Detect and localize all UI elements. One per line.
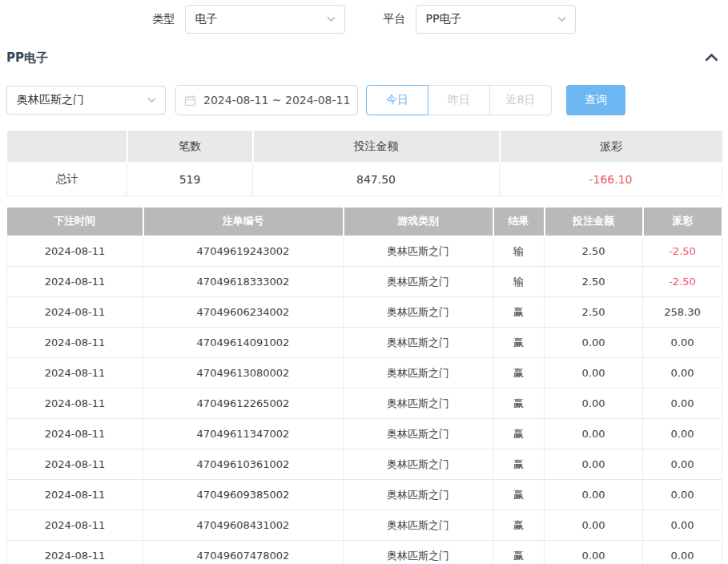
table-row: 2024-08-11 47049619243002 奥林匹斯之门 输 2.50 … (7, 236, 722, 267)
result-cell: 赢 (493, 510, 545, 541)
payout-cell: 0.00 (643, 449, 722, 480)
table-row: 2024-08-11 47049614091002 奥林匹斯之门 赢 0.00 … (7, 328, 722, 358)
bet-id-cell: 47049609385002 (143, 480, 344, 510)
bet-amount-cell: 0.00 (545, 541, 643, 564)
calendar-icon (184, 95, 196, 107)
table-row: 2024-08-11 47049613080002 奥林匹斯之门 赢 0.00 … (7, 358, 722, 389)
platform-select[interactable]: PP电子 (416, 5, 576, 34)
records-column-header: 游戏类别 (344, 207, 493, 236)
game-type-cell: 奥林匹斯之门 (344, 328, 493, 358)
records-column-header: 派彩 (643, 207, 722, 236)
chevron-down-icon (147, 98, 156, 103)
platform-select-value: PP电子 (426, 12, 462, 26)
bet-id-cell: 47049607478002 (143, 541, 344, 564)
today-button[interactable]: 今日 (366, 85, 428, 115)
summary-bet-amount-header: 投注金额 (253, 131, 500, 163)
payout-cell: 258.30 (643, 297, 722, 328)
result-cell: 赢 (493, 449, 545, 480)
bet-time-cell: 2024-08-11 (7, 449, 143, 480)
search-button[interactable]: 查询 (566, 85, 625, 115)
table-row: 2024-08-11 47049612265002 奥林匹斯之门 赢 0.00 … (7, 389, 722, 419)
bet-time-cell: 2024-08-11 (7, 297, 143, 328)
table-row: 2024-08-11 47049606234002 奥林匹斯之门 赢 2.50 … (7, 297, 722, 328)
chevron-up-icon (705, 50, 718, 65)
records-column-header: 注单编号 (143, 207, 344, 236)
payout-cell: 0.00 (643, 389, 722, 419)
bet-amount-cell: 2.50 (545, 236, 643, 267)
game-type-cell: 奥林匹斯之门 (344, 449, 493, 480)
chevron-down-icon (557, 17, 566, 22)
bet-time-cell: 2024-08-11 (7, 236, 143, 267)
top-filter-bar: 类型 电子 平台 PP电子 (0, 4, 728, 34)
records-column-header: 下注时间 (7, 207, 143, 236)
game-type-cell: 奥林匹斯之门 (344, 267, 493, 297)
result-cell: 赢 (493, 541, 545, 564)
bet-time-cell: 2024-08-11 (7, 419, 143, 449)
payout-cell: 0.00 (643, 328, 722, 358)
section-title: PP电子 (6, 50, 48, 66)
payout-cell: 0.00 (643, 510, 722, 541)
summary-payout-header: 派彩 (500, 131, 722, 163)
records-table: 下注时间 注单编号 游戏类别 结果 投注金额 派彩 2024-08-11 470… (6, 207, 723, 564)
result-cell: 输 (493, 236, 545, 267)
bet-id-cell: 47049612265002 (143, 389, 344, 419)
chevron-down-icon (327, 17, 336, 22)
bet-amount-cell: 2.50 (545, 267, 643, 297)
bet-id-cell: 47049611347002 (143, 419, 344, 449)
table-row: 2024-08-11 47049608431002 奥林匹斯之门 赢 0.00 … (7, 510, 722, 541)
bet-id-cell: 47049608431002 (143, 510, 344, 541)
game-type-cell: 奥林匹斯之门 (344, 389, 493, 419)
payout-cell: 0.00 (643, 541, 722, 564)
bet-id-cell: 47049618333002 (143, 267, 344, 297)
result-cell: 赢 (493, 480, 545, 510)
bet-amount-cell: 0.00 (545, 480, 643, 510)
yesterday-button[interactable]: 昨日 (428, 85, 490, 115)
bet-id-cell: 47049614091002 (143, 328, 344, 358)
result-cell: 赢 (493, 389, 545, 419)
records-column-header: 投注金额 (545, 207, 643, 236)
total-label-cell: 总计 (7, 163, 127, 195)
payout-cell: -2.50 (643, 267, 722, 297)
bet-time-cell: 2024-08-11 (7, 267, 143, 297)
bet-amount-cell: 0.00 (545, 449, 643, 480)
bet-time-cell: 2024-08-11 (7, 389, 143, 419)
platform-label: 平台 (384, 12, 406, 26)
bet-amount-cell: 2.50 (545, 297, 643, 328)
bet-time-cell: 2024-08-11 (7, 510, 143, 541)
game-type-cell: 奥林匹斯之门 (344, 541, 493, 564)
section-header: PP电子 (6, 49, 720, 66)
game-type-cell: 奥林匹斯之门 (344, 236, 493, 267)
game-select-value: 奥林匹斯之门 (17, 93, 84, 107)
game-type-cell: 奥林匹斯之门 (344, 510, 493, 541)
summary-table: 笔数 投注金额 派彩 总计 519 847.50 -166.10 (6, 131, 722, 196)
last8days-button[interactable]: 近8日 (489, 85, 552, 115)
total-bet-amount-cell: 847.50 (253, 163, 500, 195)
summary-count-header: 笔数 (127, 131, 253, 163)
total-payout-cell: -166.10 (500, 163, 722, 195)
table-row: 2024-08-11 47049609385002 奥林匹斯之门 赢 0.00 … (7, 480, 722, 510)
query-bar: 奥林匹斯之门 2024-08-11 ~ 2024-08-11 今日 昨日 近8日… (6, 85, 722, 115)
game-type-cell: 奥林匹斯之门 (344, 358, 493, 389)
payout-cell: 0.00 (643, 358, 722, 389)
bet-time-cell: 2024-08-11 (7, 328, 143, 358)
quick-date-button-group: 今日 昨日 近8日 (366, 85, 552, 115)
bet-amount-cell: 0.00 (545, 389, 643, 419)
type-select[interactable]: 电子 (185, 5, 345, 34)
result-cell: 赢 (493, 328, 545, 358)
records-column-header: 结果 (493, 207, 545, 236)
payout-cell: -2.50 (643, 236, 722, 267)
result-cell: 赢 (493, 297, 545, 328)
records-header-row: 下注时间 注单编号 游戏类别 结果 投注金额 派彩 (7, 207, 722, 236)
summary-total-row: 总计 519 847.50 -166.10 (7, 163, 722, 195)
payout-cell: 0.00 (643, 419, 722, 449)
bet-time-cell: 2024-08-11 (7, 358, 143, 389)
result-cell: 输 (493, 267, 545, 297)
game-select[interactable]: 奥林匹斯之门 (6, 86, 166, 115)
table-row: 2024-08-11 47049611347002 奥林匹斯之门 赢 0.00 … (7, 419, 722, 449)
bet-amount-cell: 0.00 (545, 328, 643, 358)
collapse-section-button[interactable] (703, 52, 720, 63)
date-range-input[interactable]: 2024-08-11 ~ 2024-08-11 (175, 85, 358, 115)
bet-id-cell: 47049606234002 (143, 297, 344, 328)
bet-time-cell: 2024-08-11 (7, 541, 143, 564)
payout-cell: 0.00 (643, 480, 722, 510)
